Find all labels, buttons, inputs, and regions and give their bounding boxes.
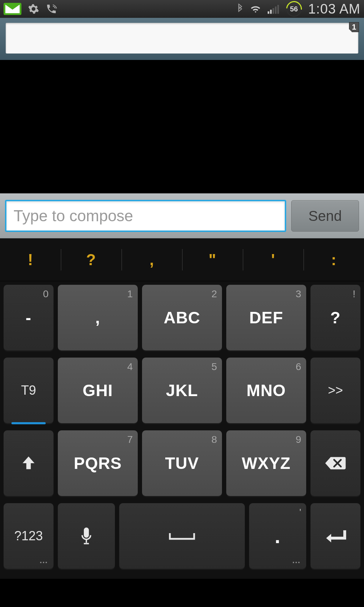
enter-icon: [325, 528, 346, 544]
key-period[interactable]: ' . …: [249, 503, 306, 569]
keyboard: 0 - 1 , 2 ABC 3 DEF ! ? T9 4 GHI 5 JKL: [0, 281, 364, 579]
key-abc[interactable]: 2 ABC: [142, 285, 222, 350]
message-area: [0, 60, 364, 193]
key-enter[interactable]: [310, 503, 360, 569]
key-jkl[interactable]: 5 JKL: [142, 358, 222, 423]
recipient-bar: 1: [0, 18, 364, 60]
suggestion-item[interactable]: !: [0, 247, 61, 273]
svg-rect-5: [84, 527, 89, 537]
key-next[interactable]: >>: [310, 358, 360, 423]
svg-rect-1: [270, 10, 272, 14]
key-mno[interactable]: 6 MNO: [226, 358, 306, 423]
key-def[interactable]: 3 DEF: [226, 285, 306, 350]
recipient-count-badge: 1: [349, 22, 359, 32]
send-button[interactable]: Send: [291, 200, 359, 232]
suggestion-item[interactable]: ?: [61, 247, 121, 273]
key-question[interactable]: ! ?: [310, 285, 360, 350]
key-pqrs[interactable]: 7 PQRS: [58, 430, 138, 496]
svg-rect-0: [268, 11, 269, 14]
key-space[interactable]: [119, 503, 245, 569]
suggestion-item[interactable]: ": [182, 247, 243, 273]
key-wxyz[interactable]: 9 WXYZ: [226, 430, 306, 496]
status-bar: 56 1:03 AM: [0, 0, 364, 18]
gear-icon: [28, 3, 39, 15]
key-backspace[interactable]: [310, 430, 360, 496]
backspace-icon: [324, 456, 347, 471]
mail-icon: [4, 3, 21, 15]
space-icon: [168, 531, 196, 541]
key-t9[interactable]: T9: [4, 358, 54, 423]
suggestion-item[interactable]: :: [303, 247, 364, 273]
more-dots-icon: …: [292, 555, 301, 565]
compose-input[interactable]: Type to compose: [5, 200, 286, 232]
key-symbols[interactable]: ?123 …: [4, 503, 54, 569]
more-dots-icon: …: [39, 555, 49, 565]
phone-icon: [46, 3, 57, 15]
send-label: Send: [308, 208, 342, 224]
compose-placeholder: Type to compose: [14, 207, 133, 225]
compose-bar: Type to compose Send: [0, 193, 364, 238]
suggestion-item[interactable]: ': [243, 247, 303, 273]
key-shift[interactable]: [4, 430, 54, 496]
key-mic[interactable]: [58, 503, 115, 569]
shift-icon: [20, 454, 37, 472]
suggestion-item[interactable]: ,: [121, 247, 182, 273]
battery-indicator: 56: [286, 1, 302, 17]
signal-icon: [268, 4, 280, 14]
key-tuv[interactable]: 8 TUV: [142, 430, 222, 496]
wifi-icon: [250, 4, 261, 14]
recipient-input[interactable]: 1: [6, 23, 358, 54]
svg-rect-4: [277, 5, 279, 14]
mic-icon: [80, 527, 92, 545]
key-ghi[interactable]: 4 GHI: [58, 358, 138, 423]
battery-level: 56: [290, 5, 298, 13]
svg-rect-3: [275, 6, 277, 14]
key-dash[interactable]: 0 -: [4, 285, 54, 350]
bluetooth-icon: [237, 4, 243, 14]
svg-rect-2: [272, 8, 274, 14]
key-comma[interactable]: 1 ,: [58, 285, 138, 350]
clock: 1:03 AM: [308, 1, 360, 17]
suggestion-row: ! ? , " ' :: [0, 238, 364, 281]
